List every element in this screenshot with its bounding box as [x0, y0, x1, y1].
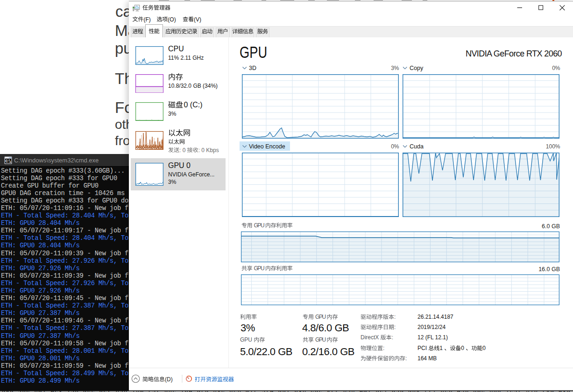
svg-text:fro: fro: [115, 133, 130, 148]
svg-text:C:\: C:\: [5, 159, 11, 164]
